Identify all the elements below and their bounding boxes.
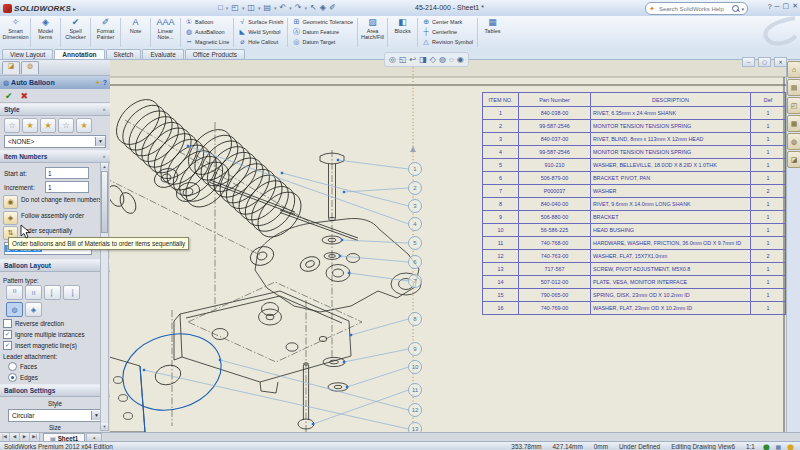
linear-note-button[interactable]: AAALinear Note... bbox=[152, 16, 179, 49]
pattern-top-button[interactable]: ⠛ bbox=[6, 285, 23, 300]
doc-restore-button[interactable]: ▢ bbox=[758, 57, 771, 67]
bom-row[interactable]: 13717-567SCREW, PIVOT ADJUSTMENT, M5X0.8… bbox=[483, 263, 786, 276]
magnetic-line-button[interactable]: ┅Magnetic Line bbox=[185, 37, 229, 46]
leader-attachment-point[interactable] bbox=[348, 272, 350, 274]
bom-row[interactable]: 1840-038-00RIVET, 6.35mm x 24.4mm SHANK1 bbox=[483, 107, 786, 120]
increment-input[interactable]: 1 bbox=[45, 181, 89, 193]
bom-row[interactable]: 5910-210WASHER, BELLEVILLE, 18.0OD X 8.2… bbox=[483, 159, 786, 172]
undo-button[interactable]: ↶ bbox=[280, 2, 287, 13]
style-dropdown[interactable]: <NONE> ▼ bbox=[4, 135, 106, 148]
balloon-leader[interactable] bbox=[344, 349, 409, 362]
previous-view-icon[interactable]: ↩ bbox=[410, 55, 417, 64]
display-style-icon[interactable]: ◍ bbox=[439, 55, 446, 64]
heads-up-view-toolbar[interactable]: ◎◱↩◨◇◍◌◉ bbox=[384, 52, 469, 67]
dropdown-arrow-icon[interactable]: ▾ bbox=[258, 5, 261, 11]
dropdown-arrow-icon[interactable]: ▾ bbox=[242, 5, 245, 11]
leader-attachment-point[interactable] bbox=[350, 334, 352, 336]
balloon-layout-section-header[interactable]: Balloon Layout « bbox=[0, 259, 110, 272]
bom-table[interactable]: ITEM NO.Part NumberDESCRIPTIONDef 1840-0… bbox=[482, 92, 786, 315]
search-icon[interactable] bbox=[732, 5, 739, 12]
note-button[interactable]: ANote bbox=[122, 16, 149, 49]
open-button[interactable]: ◰ bbox=[231, 2, 239, 13]
leader-attachment-point[interactable] bbox=[337, 159, 339, 161]
bom-row[interactable]: 1056-586-225HEAD BUSHING1 bbox=[483, 224, 786, 237]
bom-row[interactable]: 499-587-2546MONITOR TENSION TENSION SPRI… bbox=[483, 146, 786, 159]
favorite-style-button-2[interactable]: ★ bbox=[22, 118, 38, 133]
center-mark-button[interactable]: ⊕Center Mark bbox=[422, 17, 473, 26]
item-numbers-section-header[interactable]: Item Numbers « bbox=[0, 150, 110, 163]
bom-row[interactable]: 299-587-2546MONITOR TENSION TENSION SPRI… bbox=[483, 120, 786, 133]
magnetic-line-handle[interactable] bbox=[410, 146, 416, 152]
bom-row[interactable]: 7P000037WASHER2 bbox=[483, 185, 786, 198]
revision-symbol-button[interactable]: △Revision Symbol bbox=[422, 37, 473, 46]
bom-row[interactable]: 9506-880-00BRACKET1 bbox=[483, 211, 786, 224]
bom-row[interactable]: 14507-012-00PLATE, VESA, MONITOR INTERFA… bbox=[483, 276, 786, 289]
bom-column-header[interactable]: DESCRIPTION bbox=[591, 93, 751, 107]
style-section-header[interactable]: Style « bbox=[0, 103, 110, 116]
pattern-right-button[interactable]: ⢸ bbox=[63, 285, 80, 300]
torsion-spring-1[interactable] bbox=[110, 91, 238, 215]
balloon-leader[interactable] bbox=[188, 146, 409, 224]
balloon-leader[interactable] bbox=[342, 240, 409, 243]
section-view-icon[interactable]: ◨ bbox=[419, 55, 427, 64]
bom-row[interactable]: 8840-040-00RIVET, 9.6mm X 14.0mm LONG SH… bbox=[483, 198, 786, 211]
pattern-left-button[interactable]: ⡇ bbox=[44, 285, 61, 300]
pattern-circular-button[interactable]: ◍ bbox=[6, 302, 23, 317]
datum-target-button[interactable]: ◎Datum Target bbox=[292, 37, 353, 46]
help-button[interactable]: ? bbox=[768, 3, 772, 10]
view-palette-tab[interactable]: ▦ bbox=[787, 115, 800, 132]
leader-attachment-point[interactable] bbox=[341, 239, 343, 241]
bom-row[interactable]: 16740-769-00WASHER, FLAT, 23mm OD X 10.2… bbox=[483, 302, 786, 315]
print-button[interactable]: ▤ bbox=[264, 2, 272, 13]
dropdown-arrow-icon[interactable]: ▾ bbox=[289, 5, 292, 11]
dropdown-arrow-icon[interactable]: ▾ bbox=[274, 5, 277, 11]
leader-attachment-point[interactable] bbox=[187, 145, 189, 147]
doc-minimize-button[interactable]: ─ bbox=[742, 57, 755, 67]
balloon-leader[interactable] bbox=[220, 360, 409, 410]
design-library-tab[interactable]: ▤ bbox=[787, 79, 800, 96]
leader-attachment-point[interactable] bbox=[346, 386, 348, 388]
format-painter-button[interactable]: ✐Format Painter bbox=[92, 16, 119, 49]
panel-scrollbar[interactable]: ▲ ▼ bbox=[100, 162, 109, 431]
follow-assembly-order-option[interactable]: ◈Follow assembly order bbox=[3, 211, 110, 225]
start-at-input[interactable]: 1 bbox=[45, 167, 89, 179]
favorite-style-button-4[interactable]: ☆ bbox=[58, 118, 74, 133]
scrollbar-thumb[interactable] bbox=[101, 171, 108, 233]
balloon-button[interactable]: ①Balloon bbox=[185, 17, 229, 26]
options-button[interactable]: ✐ bbox=[329, 2, 336, 13]
do-not-change-item-numbers-option[interactable]: ◉Do not change item numbers bbox=[3, 195, 110, 209]
save-button[interactable]: ◫ bbox=[247, 2, 255, 13]
hide-show-icon[interactable]: ◌ bbox=[449, 55, 454, 64]
quick-tips-icon[interactable]: ⬤ bbox=[787, 443, 794, 450]
tab-view-layout[interactable]: View Layout bbox=[2, 49, 53, 59]
leader-attachment-point[interactable] bbox=[343, 191, 345, 193]
appearances-panel-tab[interactable]: ◍ bbox=[21, 61, 39, 74]
bom-column-header[interactable]: Part Number bbox=[519, 93, 591, 107]
balloon-style-dropdown[interactable]: Circular ▼ bbox=[8, 409, 102, 422]
leader-attachment-point[interactable] bbox=[281, 172, 283, 174]
leader-attachment-point[interactable] bbox=[339, 255, 341, 257]
appearances-tab[interactable]: ◍ bbox=[787, 133, 800, 150]
units-icon[interactable]: ▦ bbox=[776, 443, 782, 450]
select-button[interactable]: ↖ bbox=[310, 2, 317, 13]
pattern-bottom-button[interactable]: ⠶ bbox=[25, 285, 42, 300]
view-orientation-icon[interactable]: ◇ bbox=[430, 55, 436, 64]
leader-attachment-point[interactable] bbox=[219, 359, 221, 361]
zoom-area-icon[interactable]: ◱ bbox=[399, 55, 407, 64]
search-input[interactable] bbox=[657, 5, 731, 13]
dropdown-arrow-icon[interactable]: ▾ bbox=[305, 5, 308, 11]
hole-callout-button[interactable]: ⌀Hole Callout bbox=[238, 37, 283, 46]
solidworks-resources-tab[interactable]: ⌂ bbox=[787, 61, 800, 78]
favorite-style-button-1[interactable]: ☆ bbox=[4, 118, 20, 133]
leader-attachment-point[interactable] bbox=[343, 361, 345, 363]
dropdown-arrow-icon[interactable]: ▾ bbox=[226, 5, 229, 11]
balloon-leader[interactable] bbox=[347, 367, 409, 387]
pushpin-icon[interactable]: ✦ bbox=[95, 79, 101, 87]
favorite-style-button-5[interactable]: ★ bbox=[76, 118, 92, 133]
balloon-leader[interactable] bbox=[351, 319, 409, 335]
close-button[interactable]: ✕ bbox=[792, 2, 798, 10]
tab-evaluate[interactable]: Evaluate bbox=[142, 49, 183, 59]
edit-appearance-icon[interactable]: ◉ bbox=[457, 55, 464, 64]
panel-help-icon[interactable]: ? bbox=[103, 79, 107, 86]
balloon-settings-section-header[interactable]: Balloon Settings « bbox=[0, 384, 110, 397]
